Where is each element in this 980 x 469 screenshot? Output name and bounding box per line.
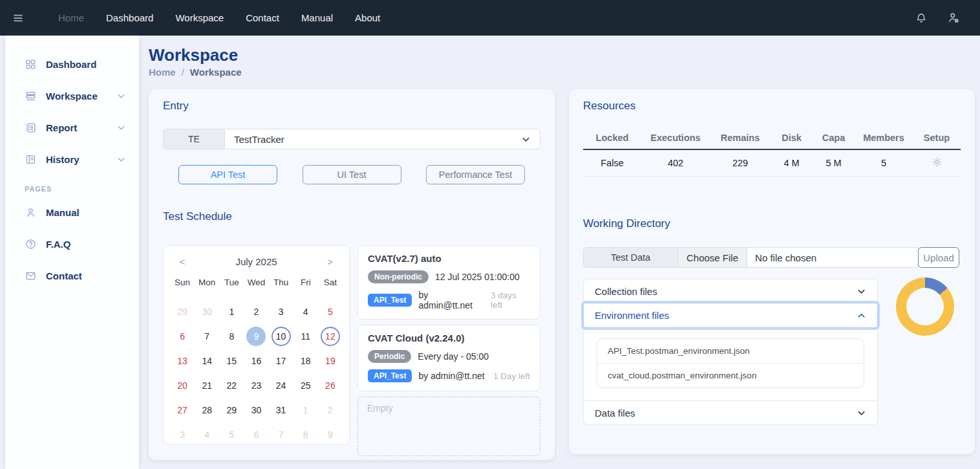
calendar-day[interactable]: 13 (170, 349, 195, 373)
calendar-day[interactable]: 12 (318, 324, 343, 349)
column-header-capa: Capa (813, 127, 855, 149)
calendar-day[interactable]: 5 (318, 300, 343, 324)
sidebar-item-manual[interactable]: Manual (5, 197, 139, 228)
accordion-header-data-files[interactable]: Data files (583, 400, 878, 425)
chevron-down-icon[interactable] (116, 91, 126, 101)
nav-item-workspace[interactable]: Workspace (175, 12, 224, 23)
calendar-day[interactable]: 27 (170, 398, 195, 422)
chevron-down-icon (857, 287, 866, 296)
schedule-time: Every day - 05:00 (418, 351, 489, 362)
calendar-day[interactable]: 7 (269, 422, 293, 447)
calendar-day[interactable]: 23 (244, 373, 268, 398)
choose-file-button[interactable]: Choose File (678, 248, 747, 267)
nav-item-dashboard[interactable]: Dashboard (106, 12, 153, 23)
calendar-day[interactable]: 17 (269, 349, 293, 373)
nav-item-manual[interactable]: Manual (301, 12, 333, 23)
breadcrumb: Home / Workspace (149, 67, 975, 78)
performance-test-button[interactable]: Performance Test (426, 165, 525, 184)
calendar-day[interactable]: 9 (318, 422, 343, 447)
main-content: Workspace Home / Workspace Entry TE Test… (149, 36, 975, 460)
calendar-day[interactable]: 9 (244, 324, 268, 349)
schedule-card[interactable]: CVAT Cloud (v2.24.0)PeriodicEvery day - … (357, 325, 540, 391)
gear-icon[interactable] (932, 157, 943, 168)
chevron-down-icon[interactable] (116, 123, 126, 133)
calendar-day[interactable]: 22 (219, 373, 244, 398)
schedule-card[interactable]: CVAT(v2.7) autoNon-periodic12 Jul 2025 0… (357, 245, 540, 320)
calendar-day[interactable]: 3 (269, 300, 293, 324)
resource-value: 229 (710, 149, 771, 177)
sidebar-item-label: Manual (46, 207, 80, 218)
sidebar-item-workspace[interactable]: Workspace (5, 80, 139, 112)
calendar-day[interactable]: 8 (219, 324, 244, 349)
stack-icon (25, 90, 37, 102)
ui-test-button[interactable]: UI Test (303, 165, 401, 184)
nav-item-about[interactable]: About (355, 12, 380, 23)
calendar-day[interactable]: 18 (293, 349, 318, 373)
accordion-label: Environment files (595, 310, 669, 321)
working-directory-title: Working Directory (583, 217, 961, 230)
calendar-day[interactable]: 5 (219, 422, 244, 447)
calendar-day[interactable]: 11 (293, 324, 318, 349)
calendar-day[interactable]: 8 (293, 422, 318, 447)
resource-value: 5 (855, 149, 913, 177)
test-type-badge: API_Test (368, 294, 412, 307)
resource-value: 4 M (771, 149, 813, 177)
calendar-prev-button[interactable]: < (178, 256, 187, 267)
calendar-day[interactable]: 29 (170, 300, 195, 324)
weekday-label: Sat (318, 278, 343, 298)
calendar-day[interactable]: 26 (318, 373, 343, 398)
accordion-header-collection-files[interactable]: Collection files (583, 279, 878, 303)
calendar-day[interactable]: 29 (219, 398, 244, 422)
calendar-day[interactable]: 6 (170, 324, 195, 349)
accordion-header-environment-files[interactable]: Environment files (583, 303, 878, 328)
calendar-day[interactable]: 28 (195, 398, 219, 422)
calendar-day[interactable]: 16 (244, 349, 268, 373)
calendar-day[interactable]: 1 (219, 300, 244, 324)
calendar-day[interactable]: 4 (293, 300, 318, 324)
breadcrumb-home-link[interactable]: Home (149, 67, 176, 78)
upload-button[interactable]: Upload (918, 247, 959, 268)
calendar-day[interactable]: 21 (195, 373, 219, 398)
calendar-day[interactable]: 2 (318, 398, 343, 422)
calendar-day[interactable]: 30 (244, 398, 268, 422)
calendar-day[interactable]: 30 (195, 300, 219, 324)
calendar-day[interactable]: 19 (318, 349, 343, 373)
sidebar-item-label: F.A.Q (46, 239, 70, 250)
calendar-day[interactable]: 6 (244, 422, 268, 447)
calendar-day[interactable]: 1 (293, 398, 318, 422)
sidebar-item-dashboard[interactable]: Dashboard (5, 49, 139, 80)
bell-icon[interactable] (915, 12, 928, 25)
file-input[interactable]: Choose File No file chosen (677, 247, 919, 268)
calendar-day[interactable]: 25 (293, 373, 318, 398)
calendar-day[interactable]: 4 (195, 422, 219, 447)
tracker-select[interactable]: TestTracker (224, 129, 540, 149)
chevron-up-icon (857, 311, 866, 320)
calendar-day[interactable]: 7 (195, 324, 219, 349)
resources-panel: Resources LockedExecutionsRemainsDiskCap… (569, 89, 975, 454)
chevron-down-icon[interactable] (116, 155, 126, 164)
calendar-day[interactable]: 14 (195, 349, 219, 373)
calendar-day[interactable]: 24 (269, 373, 293, 398)
sidebar-item-f-a-q[interactable]: F.A.Q (5, 228, 139, 260)
calendar-day[interactable]: 10 (269, 324, 293, 349)
nav-item-home[interactable]: Home (58, 12, 84, 23)
calendar-day[interactable]: 15 (219, 349, 244, 373)
sidebar-main-items: DashboardWorkspaceReportHistory (5, 49, 139, 175)
api-test-button[interactable]: API Test (178, 165, 277, 184)
calendar-next-button[interactable]: > (326, 256, 335, 267)
calendar-day[interactable]: 20 (170, 373, 195, 398)
nav-item-contact[interactable]: Contact (246, 12, 279, 23)
sidebar-item-contact[interactable]: Contact (5, 260, 139, 292)
calendar-day[interactable]: 31 (269, 398, 293, 422)
resources-table: LockedExecutionsRemainsDiskCapaMembersSe… (583, 127, 961, 177)
calendar-day[interactable]: 3 (170, 422, 195, 447)
calendar-day[interactable]: 2 (244, 300, 268, 324)
sidebar-item-report[interactable]: Report (5, 112, 139, 144)
file-list-item[interactable]: cvat_cloud.postman_environment.json (597, 363, 864, 387)
hamburger-icon[interactable] (12, 12, 25, 25)
sidebar-item-history[interactable]: History (5, 144, 139, 175)
test-data-addon-label: Test Data (583, 247, 677, 268)
top-navbar: HomeDashboardWorkspaceContactManualAbout (0, 0, 980, 36)
user-settings-icon[interactable] (947, 11, 961, 25)
file-list-item[interactable]: API_Test.postman_environment.json (597, 339, 864, 363)
